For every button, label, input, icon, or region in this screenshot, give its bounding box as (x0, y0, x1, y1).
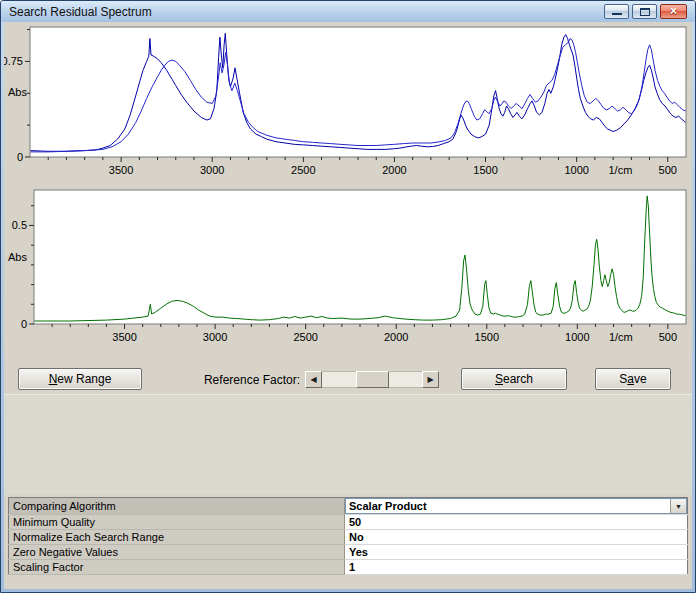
svg-text:Abs: Abs (8, 86, 27, 98)
window-title: Search Residual Spectrum (9, 5, 152, 19)
arrow-left-icon: ◀ (310, 376, 316, 384)
chevron-down-icon: ▼ (675, 503, 682, 510)
svg-text:1000: 1000 (564, 164, 588, 176)
param-label-minimum-quality[interactable]: Minimum Quality (9, 515, 345, 530)
button-label-part: ew Range (57, 372, 111, 386)
button-accel: N (49, 372, 58, 386)
svg-text:0: 0 (21, 318, 27, 330)
param-value-comparing-algorithm: Scalar Product ▼ (345, 498, 688, 515)
svg-text:3000: 3000 (200, 164, 224, 176)
sample-vs-reference-spectrum-chart: 3500300025002000150010005001/cm0.750Abs (4, 24, 690, 184)
titlebar[interactable]: Search Residual Spectrum × (1, 1, 695, 22)
close-icon: × (670, 5, 677, 18)
svg-text:500: 500 (659, 331, 677, 343)
residual-spectrum-chart: 3500300025002000150010005001/cm0.50Abs (4, 185, 690, 357)
close-button[interactable]: × (660, 4, 687, 19)
param-value-zero-negative-values[interactable]: Yes (345, 545, 688, 560)
search-residual-spectrum-window: Search Residual Spectrum × 3500300025002… (0, 0, 696, 593)
combobox-value: Scalar Product (346, 499, 670, 513)
svg-text:2000: 2000 (382, 164, 406, 176)
scrollbar-thumb[interactable] (356, 371, 389, 388)
table-row: Scaling Factor 1 (9, 560, 688, 575)
toolbar: New Range Reference Factor: ◀ ▶ Search S… (4, 368, 692, 394)
svg-text:1/cm: 1/cm (609, 331, 633, 343)
scroll-left-button[interactable]: ◀ (305, 371, 322, 388)
table-row: Minimum Quality 50 (9, 515, 688, 530)
empty-panel (4, 394, 692, 495)
svg-text:1/cm: 1/cm (608, 164, 632, 176)
svg-text:3500: 3500 (109, 164, 133, 176)
table-row: Normalize Each Search Range No (9, 530, 688, 545)
svg-text:2500: 2500 (293, 331, 317, 343)
button-label-part: earch (503, 372, 533, 386)
svg-text:1000: 1000 (565, 331, 589, 343)
table-row: Zero Negative Values Yes (9, 545, 688, 560)
button-accel: a (627, 372, 634, 386)
svg-text:3000: 3000 (203, 331, 227, 343)
button-label-part: ve (634, 372, 647, 386)
minimize-button[interactable] (604, 4, 629, 19)
svg-text:0: 0 (17, 151, 23, 163)
search-button[interactable]: Search (461, 368, 567, 390)
param-value-minimum-quality[interactable]: 50 (345, 515, 688, 530)
new-range-button[interactable]: New Range (18, 368, 142, 390)
save-button[interactable]: Save (595, 368, 671, 390)
svg-text:2500: 2500 (291, 164, 315, 176)
comparing-algorithm-combobox[interactable]: Scalar Product ▼ (345, 498, 687, 514)
arrow-right-icon: ▶ (427, 376, 433, 384)
svg-text:1500: 1500 (473, 164, 497, 176)
combobox-dropdown-button[interactable]: ▼ (670, 499, 686, 513)
button-accel: S (495, 372, 503, 386)
search-parameters-table: Comparing Algorithm Scalar Product ▼ Min… (8, 497, 688, 575)
maximize-button[interactable] (632, 4, 657, 19)
param-label-zero-negative-values[interactable]: Zero Negative Values (9, 545, 345, 560)
param-label-normalize-each-search-range[interactable]: Normalize Each Search Range (9, 530, 345, 545)
param-value-normalize-each-search-range[interactable]: No (345, 530, 688, 545)
client-area: 3500300025002000150010005001/cm0.750Abs … (4, 22, 692, 589)
svg-text:1500: 1500 (475, 331, 499, 343)
svg-text:2000: 2000 (384, 331, 408, 343)
scrollbar-track[interactable] (322, 371, 422, 388)
svg-text:0.5: 0.5 (12, 219, 27, 231)
param-label-comparing-algorithm[interactable]: Comparing Algorithm (9, 498, 345, 515)
svg-text:0.75: 0.75 (4, 55, 23, 67)
reference-factor-label: Reference Factor: (186, 373, 300, 387)
maximize-icon (640, 8, 650, 16)
svg-text:3500: 3500 (112, 331, 136, 343)
reference-factor-scrollbar: ◀ ▶ (305, 371, 439, 388)
param-value-scaling-factor[interactable]: 1 (345, 560, 688, 575)
minimize-icon (612, 13, 622, 15)
table-row: Comparing Algorithm Scalar Product ▼ (9, 498, 688, 515)
window-controls: × (604, 4, 687, 19)
svg-text:500: 500 (659, 164, 677, 176)
svg-text:Abs: Abs (8, 251, 27, 263)
scroll-right-button[interactable]: ▶ (422, 371, 439, 388)
param-label-scaling-factor[interactable]: Scaling Factor (9, 560, 345, 575)
